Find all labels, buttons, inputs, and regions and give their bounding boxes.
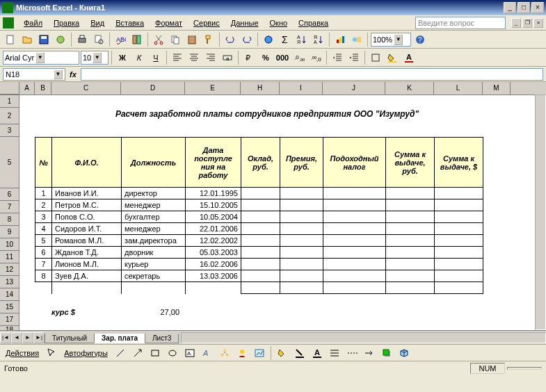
sort-asc-icon[interactable]: АЯ	[294, 32, 310, 47]
drawing-toggle-icon[interactable]	[349, 32, 364, 47]
name-box[interactable]: N18▼	[3, 68, 65, 81]
table-row[interactable]	[35, 282, 483, 294]
row-header-18[interactable]: 18	[0, 326, 19, 330]
sheet-tab-Титульный[interactable]: Титульный	[45, 334, 95, 343]
redo-icon[interactable]	[239, 32, 255, 47]
menu-Файл[interactable]: Файл	[18, 17, 48, 28]
menu-Окно[interactable]: Окно	[264, 17, 294, 28]
fill-color-draw-icon[interactable]	[275, 345, 290, 361]
oval-icon[interactable]	[165, 345, 180, 361]
table-row[interactable]: 3Попов С.О.бухгалтер10.05.2004	[35, 211, 483, 223]
sheet-tab-Зар. плата[interactable]: Зар. плата	[94, 334, 145, 343]
3d-icon[interactable]	[396, 345, 412, 361]
col-header-C[interactable]: C	[51, 82, 121, 95]
chevron-down-icon[interactable]: ▼	[54, 70, 63, 79]
col-header-L[interactable]: L	[434, 82, 483, 95]
menu-Данные[interactable]: Данные	[225, 17, 264, 28]
diagram-icon[interactable]	[217, 345, 232, 361]
decrease-decimal-icon[interactable]: ,00,0	[308, 50, 323, 65]
open-icon[interactable]	[19, 32, 35, 47]
table-row[interactable]: 1Иванов И.И.директор12.01.1995	[35, 188, 483, 199]
row-header-14[interactable]: 14	[0, 288, 19, 301]
mdi-restore-button[interactable]: ❐	[522, 18, 532, 28]
autosum-icon[interactable]: Σ	[278, 32, 293, 47]
chevron-down-icon[interactable]: ▼	[394, 34, 403, 45]
tab-last-icon[interactable]: ►|	[33, 332, 45, 343]
select-all-corner[interactable]	[0, 82, 19, 95]
sheet-tab-Лист3[interactable]: Лист3	[145, 334, 179, 343]
save-icon[interactable]	[36, 32, 51, 47]
permission-icon[interactable]	[53, 32, 68, 47]
chevron-down-icon[interactable]: ▼	[35, 52, 45, 63]
help-search[interactable]	[415, 17, 506, 29]
comma-icon[interactable]: 000	[275, 50, 290, 65]
arrow-icon[interactable]	[130, 345, 145, 361]
chart-wizard-icon[interactable]	[332, 32, 348, 47]
menu-Вставка[interactable]: Вставка	[110, 17, 150, 28]
cut-icon[interactable]	[151, 32, 166, 47]
align-right-icon[interactable]	[203, 50, 218, 65]
row-header-11[interactable]: 11	[0, 251, 19, 263]
col-header-J[interactable]: J	[323, 82, 385, 95]
shadow-icon[interactable]	[379, 345, 394, 361]
dash-style-icon[interactable]	[344, 345, 360, 361]
arrow-style-icon[interactable]	[362, 345, 377, 361]
textbox-icon[interactable]: A	[182, 345, 198, 361]
autoshapes-menu[interactable]: Автофигуры	[61, 349, 111, 357]
zoom-combo[interactable]: 100%▼	[371, 33, 411, 47]
rectangle-icon[interactable]	[147, 345, 163, 361]
minimize-button[interactable]: _	[504, 2, 516, 13]
wordart-icon[interactable]: A	[200, 345, 215, 361]
table-row[interactable]: 8Зуев Д.А.секретарь13.03.2006	[35, 270, 483, 282]
menu-Правка[interactable]: Правка	[48, 17, 85, 28]
line-color-icon[interactable]	[292, 345, 307, 361]
print-preview-icon[interactable]	[91, 32, 106, 47]
row-header-8[interactable]: 8	[0, 213, 19, 226]
decrease-indent-icon[interactable]	[330, 50, 345, 65]
chevron-down-icon[interactable]: ▼	[93, 52, 102, 63]
vertical-scrollbar[interactable]	[535, 95, 546, 330]
table-row[interactable]: 6Жданов Т.Д.дворник05.03.2003	[35, 247, 483, 259]
tab-prev-icon[interactable]: ◄	[11, 332, 22, 343]
menu-Сервис[interactable]: Сервис	[188, 17, 225, 28]
font-size-combo[interactable]: 10▼	[81, 51, 109, 65]
formula-input[interactable]	[81, 68, 543, 81]
col-header-D[interactable]: D	[121, 82, 185, 95]
row-header-12[interactable]: 12	[0, 263, 19, 276]
col-header-A[interactable]: A	[19, 82, 35, 95]
bold-icon[interactable]: Ж	[115, 50, 130, 65]
col-header-K[interactable]: K	[385, 82, 434, 95]
row-header-10[interactable]: 10	[0, 238, 19, 251]
new-icon[interactable]	[3, 32, 18, 47]
increase-indent-icon[interactable]	[346, 50, 362, 65]
table-row[interactable]: 7Лионов М.Л.курьер16.02.2006	[35, 259, 483, 270]
sort-desc-icon[interactable]: ЯА	[311, 32, 326, 47]
align-left-icon[interactable]	[170, 50, 185, 65]
row-header-13[interactable]: 13	[0, 276, 19, 288]
tab-first-icon[interactable]: |◄	[0, 332, 11, 343]
font-color-draw-icon[interactable]: A	[310, 345, 325, 361]
line-style-icon[interactable]	[327, 345, 342, 361]
help-input[interactable]	[415, 17, 506, 29]
close-button[interactable]: ×	[531, 2, 544, 13]
menu-Справка[interactable]: Справка	[293, 17, 334, 28]
print-icon[interactable]	[74, 32, 90, 47]
undo-icon[interactable]	[223, 32, 238, 47]
format-painter-icon[interactable]	[201, 32, 216, 47]
italic-icon[interactable]: К	[131, 50, 147, 65]
help-icon[interactable]: ?	[412, 32, 428, 47]
font-name-combo[interactable]: Arial Cyr▼	[3, 51, 79, 65]
menu-Вид[interactable]: Вид	[85, 17, 110, 28]
paste-icon[interactable]	[184, 32, 200, 47]
mdi-close-button[interactable]: ×	[533, 18, 543, 28]
percent-icon[interactable]: %	[258, 50, 273, 65]
fill-color-icon[interactable]	[385, 50, 400, 65]
hyperlink-icon[interactable]	[261, 32, 276, 47]
col-header-I[interactable]: I	[280, 82, 323, 95]
insert-picture-icon[interactable]	[252, 345, 267, 361]
row-header-6[interactable]: 6	[0, 188, 19, 201]
worksheet-grid[interactable]: ABCDEHIJKLM 123567891011121314151718 Рас…	[0, 82, 546, 330]
col-header-M[interactable]: M	[483, 82, 511, 95]
row-header-2[interactable]: 2	[0, 108, 19, 124]
table-row[interactable]: 5Романов М.Л.зам.директора12.02.2002	[35, 235, 483, 247]
